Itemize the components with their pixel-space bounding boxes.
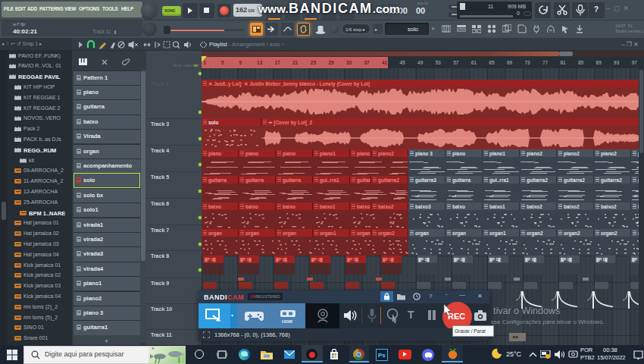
svg-text:HDMI: HDMI	[282, 319, 293, 324]
